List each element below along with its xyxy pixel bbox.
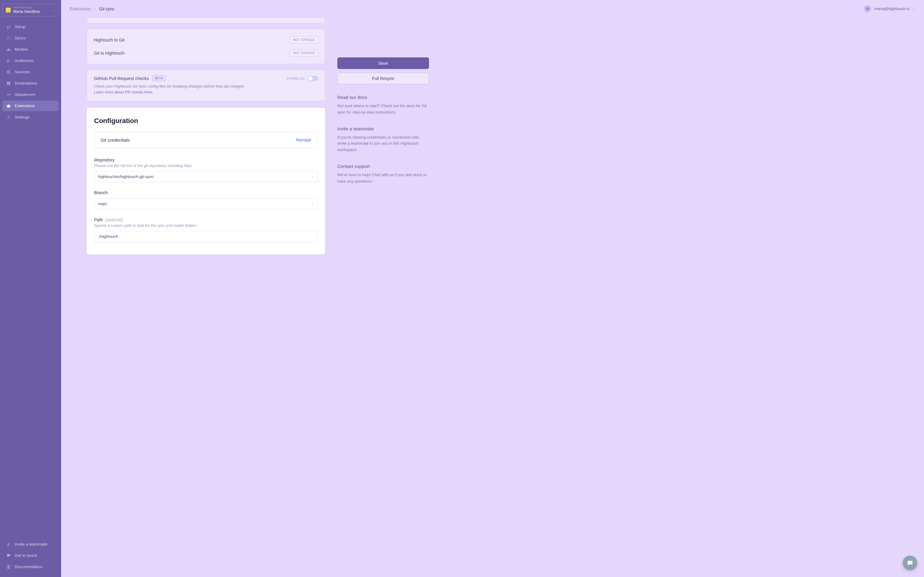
field-label: Repository — [94, 158, 318, 163]
breadcrumb-sep: / — [94, 6, 95, 11]
sync-row-h2g: Hightouch to Git NOT SYNCED — [94, 34, 318, 45]
breadcrumb-current: Git sync — [99, 6, 115, 11]
sidebar-item-settings[interactable]: Settings — [2, 112, 59, 122]
chevron-down-icon: ⌄ — [311, 174, 314, 179]
workspace-name: Maria Sandbox — [13, 10, 50, 14]
workspace-selector[interactable]: WORKSPACE Maria Sandbox ⌄ — [2, 4, 59, 16]
sidebar: WORKSPACE Maria Sandbox ⌄ Setup Syncs Mo… — [0, 0, 61, 577]
repository-field: Repository Please use the full link of t… — [94, 158, 318, 182]
syncs-icon — [6, 36, 11, 40]
sync-label: Git to Hightouch — [94, 51, 124, 56]
nav-label: Invite a teammate — [15, 542, 47, 546]
card-remnant — [87, 18, 325, 23]
workspace-icon — [6, 8, 11, 13]
sync-status-card: Hightouch to Git NOT SYNCED Git to Hight… — [87, 29, 325, 64]
sidebar-item-destinations[interactable]: Destinations — [2, 78, 59, 89]
sidebar-bottom: Invite a teammate Get in touch Documenta… — [2, 539, 59, 572]
path-input[interactable] — [94, 231, 318, 242]
nav-label: Destinations — [15, 81, 37, 85]
chat-icon — [906, 559, 913, 566]
nav-label: Models — [15, 47, 28, 52]
chat-link[interactable]: Chat with us — [372, 172, 394, 177]
svg-rect-16 — [7, 105, 10, 107]
svg-point-0 — [7, 37, 8, 37]
support-section: Contact support We're here to help! Chat… — [337, 164, 429, 185]
svg-point-9 — [7, 70, 10, 71]
nav-label: Syncs — [15, 36, 26, 40]
svg-point-1 — [7, 39, 8, 39]
pr-checks-toggle[interactable] — [308, 76, 318, 81]
nav-label: Sequences — [15, 92, 36, 97]
nav-label: Setup — [15, 24, 25, 29]
gear-icon — [6, 115, 11, 119]
right-column: Save Full Resync Read our docs Not sure … — [337, 18, 429, 185]
chevron-down-icon: ⌄ — [311, 201, 314, 206]
chat-bubble-button[interactable] — [903, 556, 917, 570]
main: Extensions / Git sync M maria@hightouch.… — [61, 0, 924, 577]
nav-label: Documentation — [15, 564, 42, 569]
center-column: Hightouch to Git NOT SYNCED Git to Hight… — [87, 18, 325, 254]
rocket-icon — [6, 25, 11, 29]
docs-section: Read our docs Not sure where to start? C… — [337, 95, 429, 116]
svg-point-14 — [7, 94, 8, 95]
sync-label: Hightouch to Git — [94, 37, 124, 42]
user-menu[interactable]: M maria@hightouch.io ⌄ — [864, 5, 916, 13]
pr-checks-learn-more-link[interactable]: Learn more about PR checks here. — [94, 90, 153, 94]
sidebar-item-invite[interactable]: Invite a teammate — [2, 539, 59, 550]
svg-rect-2 — [8, 37, 10, 37]
section-text: We're here to help! Chat with us if you … — [337, 172, 429, 185]
path-field: Path (optional) Specify a custom path to… — [94, 218, 318, 242]
breadcrumb-prev[interactable]: Extensions — [69, 6, 90, 11]
svg-rect-13 — [9, 83, 10, 85]
field-label: Path (optional) — [94, 218, 318, 222]
select-value: hightouchio/hightouch-git-sync — [98, 174, 154, 179]
field-help: Specify a custom path to look for the sy… — [94, 224, 318, 228]
full-resync-button[interactable]: Full Resync — [337, 73, 429, 84]
pr-checks-title: GitHub Pull Request checks — [94, 76, 149, 81]
sidebar-item-getintouch[interactable]: Get in touch — [2, 550, 59, 561]
breadcrumb: Extensions / Git sync — [69, 6, 115, 11]
repository-select[interactable]: hightouchio/hightouch-git-sync ⌄ — [94, 171, 318, 182]
sidebar-item-syncs[interactable]: Syncs — [2, 33, 59, 44]
sidebar-item-models[interactable]: Models — [2, 44, 59, 55]
git-credentials-label: Git credentials — [100, 137, 130, 143]
manage-credentials-link[interactable]: Manage — [296, 137, 311, 142]
nav-label: Get in touch — [15, 553, 37, 558]
chat-icon — [6, 553, 11, 558]
sidebar-item-setup[interactable]: Setup — [2, 21, 59, 32]
topbar: Extensions / Git sync M maria@hightouch.… — [61, 0, 924, 18]
sidebar-item-sources[interactable]: Sources — [2, 66, 59, 77]
sidebar-item-extensions[interactable]: Extensions — [2, 100, 59, 111]
svg-point-17 — [8, 117, 9, 118]
database-icon — [6, 70, 11, 74]
section-title: Read our docs — [337, 95, 429, 100]
sidebar-item-documentation[interactable]: Documentation — [2, 561, 59, 572]
grid-icon — [6, 81, 11, 85]
save-button[interactable]: Save — [337, 57, 429, 69]
field-label: Branch — [94, 190, 318, 195]
svg-point-7 — [8, 60, 9, 61]
branch-select[interactable]: main ⌄ — [94, 198, 318, 210]
sidebar-item-audiences[interactable]: Audiences — [2, 55, 59, 66]
status-badge: NOT SYNCED — [290, 50, 318, 56]
nav-label: Extensions — [15, 103, 35, 108]
avatar: M — [864, 5, 871, 13]
svg-point-8 — [9, 60, 10, 60]
svg-rect-6 — [10, 49, 10, 51]
pr-checks-card: GitHub Pull Request checks BETA DISABLED… — [87, 69, 325, 101]
svg-point-18 — [8, 543, 9, 544]
invite-link[interactable]: invite a teammate — [337, 141, 369, 146]
chart-bar-icon — [6, 47, 11, 52]
beta-badge: BETA — [152, 76, 166, 81]
nav-label: Audiences — [15, 58, 34, 63]
content: Hightouch to Git NOT SYNCED Git to Hight… — [61, 18, 924, 577]
svg-rect-5 — [8, 48, 9, 51]
config-panel: Configuration Git credentials Manage Rep… — [87, 108, 325, 254]
field-help: Please use the full link of the git repo… — [94, 164, 318, 168]
svg-rect-11 — [9, 82, 10, 83]
branch-field: Branch main ⌄ — [94, 190, 318, 210]
sidebar-item-sequences[interactable]: Sequences — [2, 89, 59, 100]
config-title: Configuration — [94, 117, 318, 125]
svg-rect-12 — [7, 83, 8, 85]
toolbox-icon — [6, 104, 11, 108]
